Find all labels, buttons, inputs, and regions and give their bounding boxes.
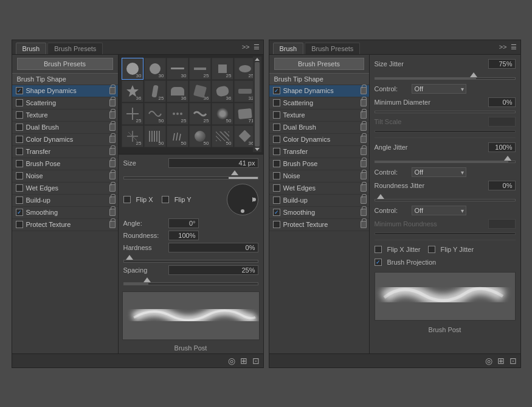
r-brush-pose-checkbox[interactable] — [273, 160, 280, 167]
scattering-checkbox[interactable] — [16, 99, 23, 106]
brush-cell-15[interactable]: 25 — [189, 103, 211, 125]
brush-cell-4[interactable]: 25 — [212, 58, 233, 80]
brush-cell-12[interactable]: 25 — [122, 103, 143, 125]
size-slider-thumb[interactable] — [231, 170, 238, 175]
brush-cell-17[interactable]: 71 — [234, 103, 253, 125]
control1-select[interactable]: Off Fade Pen Pressure Pen Tilt Stylus Wh… — [412, 84, 466, 94]
right-brush-presets-button[interactable]: Brush Presets — [274, 58, 364, 70]
noise-checkbox[interactable] — [16, 172, 23, 179]
brush-cell-22[interactable]: 50 — [212, 125, 233, 147]
brush-projection-checkbox[interactable] — [375, 259, 382, 266]
brush-cell-11[interactable]: 32 — [234, 80, 253, 102]
dual-brush-checkbox[interactable] — [16, 123, 23, 131]
min-diameter-input[interactable] — [488, 97, 516, 107]
brush-cell-10[interactable]: 36 — [212, 80, 233, 102]
r-protect-texture-checkbox[interactable] — [273, 221, 280, 228]
brush-cell-5[interactable]: 25 — [234, 58, 253, 80]
brush-cell-16[interactable]: 50 — [212, 103, 233, 125]
left-brush-presets-button[interactable]: Brush Presets — [17, 58, 113, 70]
tilt-scale-input[interactable] — [488, 117, 516, 127]
angle-jitter-slider[interactable] — [375, 161, 516, 163]
sidebar-item-dual-brush[interactable]: Dual Brush — [12, 122, 118, 134]
sidebar-item-smoothing[interactable]: Smoothing — [12, 207, 118, 219]
right-sidebar-item-brush-pose[interactable]: Brush Pose — [269, 158, 369, 170]
right-preview-icon-3[interactable]: ⊡ — [510, 356, 517, 366]
r-scattering-checkbox[interactable] — [273, 99, 280, 106]
brush-cell-21[interactable]: 50 — [189, 125, 211, 147]
roundness-jitter-slider[interactable] — [375, 199, 516, 201]
transfer-checkbox[interactable] — [16, 148, 23, 155]
left-preview-icon-3[interactable]: ⊡ — [252, 356, 260, 366]
smoothing-checkbox[interactable] — [16, 209, 23, 216]
size-jitter-thumb[interactable] — [470, 72, 477, 77]
right-forward-icon[interactable]: >> — [499, 43, 507, 50]
right-sidebar-item-noise[interactable]: Noise — [269, 170, 369, 183]
sidebar-item-noise[interactable]: Noise — [12, 170, 118, 183]
shape-dynamics-checkbox[interactable] — [16, 87, 23, 94]
r-texture-checkbox[interactable] — [273, 111, 280, 119]
brush-cell-20[interactable]: 50 — [167, 125, 188, 147]
right-sidebar-item-color-dynamics[interactable]: Color Dynamics — [269, 134, 369, 146]
left-preview-icon-2[interactable]: ⊞ — [240, 356, 247, 366]
r-smoothing-checkbox[interactable] — [273, 209, 280, 216]
flip-y-jitter-checkbox[interactable] — [428, 246, 435, 253]
right-preview-icon-1[interactable]: ◎ — [485, 356, 492, 366]
flip-x-checkbox[interactable] — [123, 196, 131, 203]
sidebar-item-shape-dynamics[interactable]: Shape Dynamics — [12, 85, 118, 97]
sidebar-item-protect-texture[interactable]: Protect Texture — [12, 219, 118, 231]
brush-cell-13[interactable]: 50 — [144, 103, 166, 125]
sidebar-item-scattering[interactable]: Scattering — [12, 97, 118, 110]
min-diameter-slider[interactable] — [375, 111, 516, 113]
brush-cell-6[interactable]: 36 — [122, 80, 143, 102]
right-sidebar-item-transfer[interactable]: Transfer — [269, 146, 369, 158]
left-tab-brush-presets[interactable]: Brush Presets — [47, 43, 103, 54]
brush-cell-8[interactable]: 36 — [167, 80, 188, 102]
grid-scroll-up[interactable] — [255, 58, 260, 61]
left-menu-icon[interactable]: ☰ — [254, 43, 260, 51]
right-sidebar-item-dual-brush[interactable]: Dual Brush — [269, 122, 369, 134]
sidebar-item-brush-pose[interactable]: Brush Pose — [12, 158, 118, 170]
control3-select[interactable]: Off Fade Pen Pressure — [412, 206, 466, 215]
min-roundness-slider[interactable] — [375, 232, 516, 235]
right-sidebar-item-smoothing[interactable]: Smoothing — [269, 207, 369, 219]
roundness-jitter-input[interactable] — [488, 181, 516, 190]
color-dynamics-checkbox[interactable] — [16, 136, 23, 143]
flip-y-checkbox[interactable] — [162, 196, 169, 203]
angle-wheel[interactable] — [227, 184, 258, 215]
right-sidebar-item-build-up[interactable]: Build-up — [269, 195, 369, 207]
hardness-slider-thumb[interactable] — [126, 255, 133, 260]
sidebar-item-wet-edges[interactable]: Wet Edges — [12, 183, 118, 195]
brush-cell-9[interactable]: 36 — [189, 80, 211, 102]
r-dual-brush-checkbox[interactable] — [273, 123, 280, 131]
left-preview-icon-1[interactable]: ◎ — [228, 356, 235, 366]
right-sidebar-item-protect-texture[interactable]: Protect Texture — [269, 219, 369, 231]
tilt-scale-slider[interactable] — [375, 130, 516, 133]
sidebar-item-build-up[interactable]: Build-up — [12, 195, 118, 207]
sidebar-item-transfer[interactable]: Transfer — [12, 146, 118, 158]
size-jitter-slider[interactable] — [375, 77, 516, 80]
right-sidebar-item-scattering[interactable]: Scattering — [269, 97, 369, 110]
spacing-slider[interactable] — [123, 282, 258, 285]
flip-x-jitter-checkbox[interactable] — [375, 246, 382, 253]
right-menu-icon[interactable]: ☰ — [511, 43, 517, 51]
brush-cell-0[interactable]: 30 — [122, 58, 143, 80]
grid-scroll-down[interactable] — [255, 148, 260, 151]
right-tab-brush-presets[interactable]: Brush Presets — [305, 43, 360, 54]
right-preview-icon-2[interactable]: ⊞ — [497, 356, 505, 366]
size-slider[interactable] — [123, 176, 258, 179]
texture-checkbox[interactable] — [16, 111, 23, 119]
min-roundness-input[interactable] — [488, 219, 516, 229]
sidebar-item-color-dynamics[interactable]: Color Dynamics — [12, 134, 118, 146]
right-sidebar-item-texture[interactable]: Texture — [269, 110, 369, 122]
brush-pose-checkbox[interactable] — [16, 160, 23, 167]
brush-cell-3[interactable]: 25 — [189, 58, 211, 80]
brush-cell-14[interactable]: 25 — [167, 103, 188, 125]
build-up-checkbox[interactable] — [16, 197, 23, 204]
roundness-input[interactable] — [168, 231, 199, 240]
left-tab-brush[interactable]: Brush — [16, 43, 47, 54]
r-wet-edges-checkbox[interactable] — [273, 184, 280, 192]
angle-jitter-input[interactable] — [488, 142, 516, 152]
r-color-dynamics-checkbox[interactable] — [273, 136, 280, 143]
left-forward-icon[interactable]: >> — [242, 43, 250, 50]
spacing-slider-thumb[interactable] — [143, 277, 151, 282]
